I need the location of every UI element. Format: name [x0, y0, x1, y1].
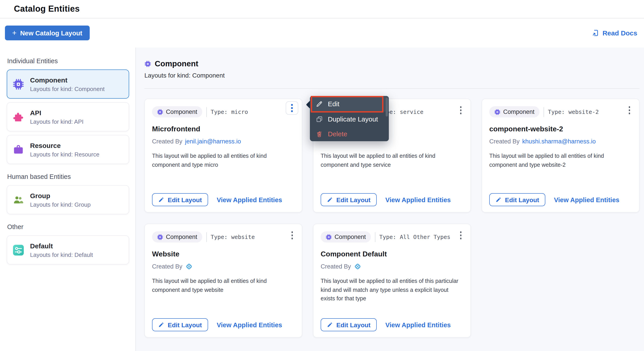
sidebar-section-human: Human based Entities Group Layouts for k…	[7, 173, 129, 214]
pencil-icon	[327, 322, 333, 328]
sidebar-section-other: Other Default Layouts for kind: Default	[7, 223, 129, 265]
sidebar-item-title: Default	[30, 242, 93, 250]
edit-layout-label: Edit Layout	[168, 321, 202, 328]
kind-badge: Component	[489, 106, 540, 117]
sidebar-item-api[interactable]: API Layouts for kind: API	[7, 102, 129, 131]
content-divider	[144, 88, 640, 89]
menu-item-label: Duplicate Layout	[328, 115, 378, 123]
page-root: Catalog Entities + New Catalog Layout Re…	[0, 0, 644, 351]
kebab-dot	[291, 107, 293, 109]
kebab-dot	[291, 104, 293, 106]
entity-kind-sidebar: Individual Entities Component Layouts fo…	[0, 47, 136, 351]
delete-trash-icon	[316, 130, 323, 137]
sidebar-item-subtitle: Layouts for kind: Group	[30, 201, 90, 208]
badge-row: Component Type:All Other Types	[321, 231, 463, 243]
component-chip-icon	[326, 234, 332, 240]
kebab-dot	[460, 234, 462, 236]
kebab-dot	[460, 238, 462, 239]
edit-layout-button[interactable]: Edit Layout	[152, 193, 208, 206]
kind-badge: Component	[152, 231, 202, 243]
sidebar-item-title: Resource	[30, 141, 99, 149]
edit-layout-button[interactable]: Edit Layout	[321, 318, 377, 331]
sidebar-item-text: Default Layouts for kind: Default	[30, 242, 93, 258]
new-catalog-layout-button[interactable]: + New Catalog Layout	[5, 25, 90, 40]
menu-item-delete[interactable]: Delete	[310, 126, 389, 141]
sidebar-item-subtitle: Layouts for kind: Component	[30, 85, 104, 92]
edit-layout-button[interactable]: Edit Layout	[152, 318, 208, 331]
type-value: website	[231, 234, 255, 240]
kebab-dot	[291, 234, 293, 236]
view-applied-entities-link[interactable]: View Applied Entities	[216, 196, 282, 203]
sidebar-item-group[interactable]: Group Layouts for kind: Group	[7, 185, 129, 214]
type-value: micro	[231, 108, 248, 115]
created-by-email-link[interactable]: jenil.jain@harness.io	[185, 138, 241, 145]
card-actions: Edit Layout View Applied Entities	[152, 193, 282, 206]
sidebar-section-label: Other	[7, 223, 129, 230]
kind-subtitle: Layouts for kind: Component	[144, 72, 644, 79]
sidebar-item-title: Group	[30, 192, 90, 200]
kind-badge-label: Component	[166, 234, 197, 240]
pencil-icon	[496, 197, 502, 203]
created-by-prefix: Created By	[489, 138, 520, 145]
plus-icon: +	[12, 29, 16, 37]
layout-title: Microfrontend	[152, 125, 295, 134]
component-chip-icon	[157, 109, 163, 115]
layout-card-component-website-2: Component Type:website-2 component-websi…	[482, 99, 640, 213]
read-docs-link[interactable]: Read Docs	[592, 29, 637, 37]
layouts-panel: Component Layouts for kind: Component Co…	[136, 47, 644, 351]
edit-layout-label: Edit Layout	[168, 196, 202, 203]
created-by-prefix: Created By	[152, 263, 182, 270]
kebab-dot	[628, 112, 630, 114]
sidebar-item-title: API	[30, 109, 84, 117]
edit-layout-button[interactable]: Edit Layout	[321, 193, 377, 206]
badge-divider	[206, 232, 207, 242]
duplicate-copy-icon	[316, 115, 323, 123]
type-label: Type:website-2	[548, 108, 599, 115]
created-by-prefix: Created By	[321, 263, 351, 270]
sidebar-section-individual: Individual Entities Component Layouts fo…	[7, 57, 129, 164]
badge-divider	[544, 107, 544, 117]
card-menu-button[interactable]	[458, 230, 463, 241]
sidebar-item-subtitle: Layouts for kind: API	[30, 118, 84, 125]
card-menu-button[interactable]	[627, 104, 632, 116]
pencil-icon	[327, 197, 333, 203]
menu-scrollbar[interactable]	[386, 98, 388, 117]
kebab-dot	[291, 238, 293, 239]
view-applied-entities-link[interactable]: View Applied Entities	[216, 321, 282, 328]
menu-item-duplicate[interactable]: Duplicate Layout	[310, 112, 389, 126]
kind-header: Component	[144, 59, 644, 69]
type-value: website-2	[568, 108, 599, 115]
view-applied-entities-link[interactable]: View Applied Entities	[554, 196, 619, 203]
created-by-prefix: Created By	[152, 138, 182, 145]
sidebar-item-subtitle: Layouts for kind: Default	[30, 251, 93, 258]
read-docs-label: Read Docs	[602, 29, 637, 37]
component-chip-icon	[12, 78, 24, 90]
kebab-dot	[460, 112, 462, 114]
card-menu-button[interactable]	[458, 104, 463, 116]
view-applied-entities-link[interactable]: View Applied Entities	[385, 321, 451, 328]
layout-card-website: Component Type:website Website Created B…	[144, 224, 302, 338]
created-by-row: Created By jenil.jain@harness.io	[152, 137, 295, 146]
sidebar-item-default[interactable]: Default Layouts for kind: Default	[7, 235, 129, 265]
sidebar-item-resource[interactable]: Resource Layouts for kind: Resource	[7, 135, 129, 164]
sidebar-item-text: Component Layouts for kind: Component	[30, 76, 104, 92]
card-menu-button[interactable]	[290, 230, 295, 241]
toolbar: + New Catalog Layout Read Docs	[0, 18, 644, 47]
kebab-dot	[628, 109, 630, 111]
created-by-row: Created By	[321, 262, 463, 271]
card-actions: Edit Layout View Applied Entities	[152, 318, 282, 331]
type-value: All Other Types	[400, 234, 450, 240]
created-by-email-link[interactable]: khushi.sharma@harness.io	[522, 138, 596, 145]
new-catalog-layout-label: New Catalog Layout	[20, 29, 82, 36]
type-prefix: Type:	[211, 234, 228, 240]
badge-row: Component Type:website-2	[489, 106, 632, 117]
sidebar-item-component[interactable]: Component Layouts for kind: Component	[7, 69, 129, 99]
type-value: service	[400, 108, 423, 115]
view-applied-entities-link[interactable]: View Applied Entities	[385, 196, 451, 203]
menu-item-edit[interactable]: Edit	[310, 96, 389, 112]
body-row: Individual Entities Component Layouts fo…	[0, 47, 644, 351]
layout-description: This layout will be applied to all entit…	[321, 152, 464, 169]
card-menu-button-active[interactable]	[286, 101, 298, 115]
edit-layout-button[interactable]: Edit Layout	[489, 193, 545, 206]
kebab-dot	[628, 106, 630, 108]
